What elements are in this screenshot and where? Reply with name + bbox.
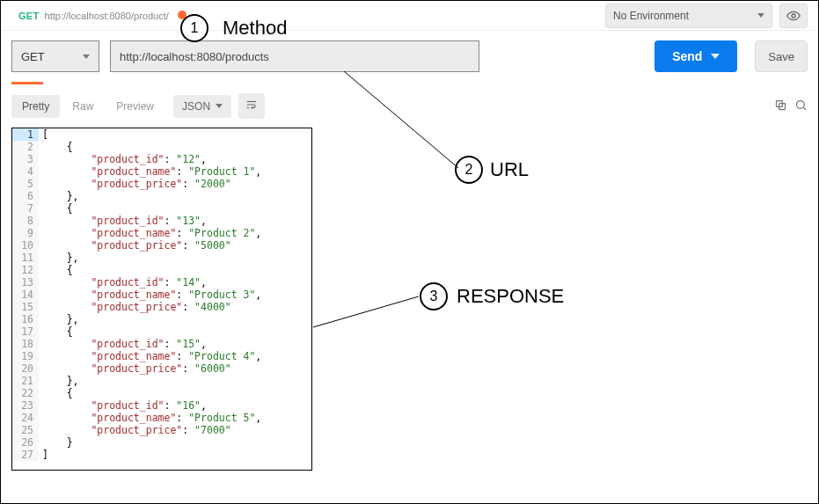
send-button-label: Send: [672, 49, 702, 63]
http-method-select[interactable]: GET: [11, 40, 99, 72]
chevron-down-icon: [83, 55, 90, 59]
code-line: 11 },: [12, 252, 311, 264]
callout-2-circle: 2: [455, 156, 483, 184]
environment-label: No Environment: [613, 10, 689, 22]
copy-icon[interactable]: [774, 99, 787, 114]
view-raw-tab[interactable]: Raw: [62, 95, 104, 118]
code-line: 25 "product_price": "7000": [12, 424, 311, 436]
response-format-label: JSON: [182, 100, 210, 113]
code-line: 18 "product_id": "15",: [12, 338, 311, 350]
code-line: 26 }: [12, 436, 311, 449]
code-line: 8 "product_id": "13",: [12, 215, 311, 227]
method-select-label: GET: [21, 50, 45, 63]
callout-3-line: [313, 296, 423, 332]
chevron-down-icon: [711, 54, 720, 59]
view-preview-tab[interactable]: Preview: [106, 95, 165, 118]
tab-method-chip: GET: [18, 11, 40, 21]
svg-line-6: [803, 107, 806, 110]
code-line: 9 "product_name": "Product 2",: [12, 227, 311, 239]
code-line: 2 {: [12, 141, 311, 153]
request-url-input[interactable]: [110, 40, 479, 72]
environment-preview-button[interactable]: [779, 4, 808, 28]
response-format-select[interactable]: JSON: [173, 95, 231, 118]
code-line: 1[: [12, 128, 311, 141]
chevron-down-icon: [216, 104, 223, 108]
code-line: 5 "product_price": "2000": [12, 178, 311, 190]
code-line: 21 },: [12, 375, 311, 387]
code-line: 22 {: [12, 387, 311, 399]
callout-3-circle: 3: [420, 282, 448, 310]
svg-point-5: [797, 100, 805, 108]
code-line: 6 },: [12, 190, 311, 202]
chevron-down-icon: [757, 13, 764, 18]
code-line: 16 },: [12, 313, 311, 325]
svg-line-8: [313, 296, 419, 327]
code-line: 20 "product_price": "6000": [12, 362, 311, 375]
code-line: 13 "product_id": "14",: [12, 276, 311, 289]
code-line: 19 "product_name": "Product 4",: [12, 350, 311, 362]
send-button[interactable]: Send: [654, 40, 737, 72]
callout-3-label: RESPONSE: [457, 285, 564, 308]
response-body-viewer[interactable]: 1[2 {3 "product_id": "12",4 "product_nam…: [11, 128, 312, 471]
save-button-label: Save: [768, 50, 794, 63]
code-line: 23 "product_id": "16",: [12, 399, 311, 412]
callout-2-label: URL: [490, 158, 529, 181]
search-icon[interactable]: [794, 99, 808, 114]
svg-point-0: [792, 14, 795, 18]
environment-select[interactable]: No Environment: [605, 4, 772, 28]
unsaved-dot-icon: [178, 11, 186, 19]
code-line: 3 "product_id": "12",: [12, 153, 311, 165]
code-line: 7 {: [12, 202, 311, 215]
request-row: GET Send Save: [1, 31, 818, 82]
view-pretty-tab[interactable]: Pretty: [11, 95, 60, 118]
code-line: 15 "product_price": "4000": [12, 301, 311, 313]
code-line: 10 "product_price": "5000": [12, 239, 311, 252]
eye-icon: [786, 9, 801, 23]
save-button[interactable]: Save: [755, 40, 808, 72]
request-tab[interactable]: GET http://localhost:8080/product/: [11, 11, 194, 21]
code-line: 12 {: [12, 264, 311, 276]
code-line: 27]: [12, 449, 311, 461]
code-line: 17 {: [12, 325, 311, 338]
response-toolbar: Pretty Raw Preview JSON: [1, 84, 818, 124]
tab-url-text: http://localhost:8080/product/: [45, 11, 169, 21]
code-line: 24 "product_name": "Product 5",: [12, 412, 311, 424]
line-wrap-button[interactable]: [238, 93, 265, 119]
topbar: GET http://localhost:8080/product/ No En…: [1, 1, 818, 31]
wrap-icon: [245, 99, 258, 111]
code-line: 4 "product_name": "Product 1",: [12, 165, 311, 178]
code-line: 14 "product_name": "Product 3",: [12, 289, 311, 301]
